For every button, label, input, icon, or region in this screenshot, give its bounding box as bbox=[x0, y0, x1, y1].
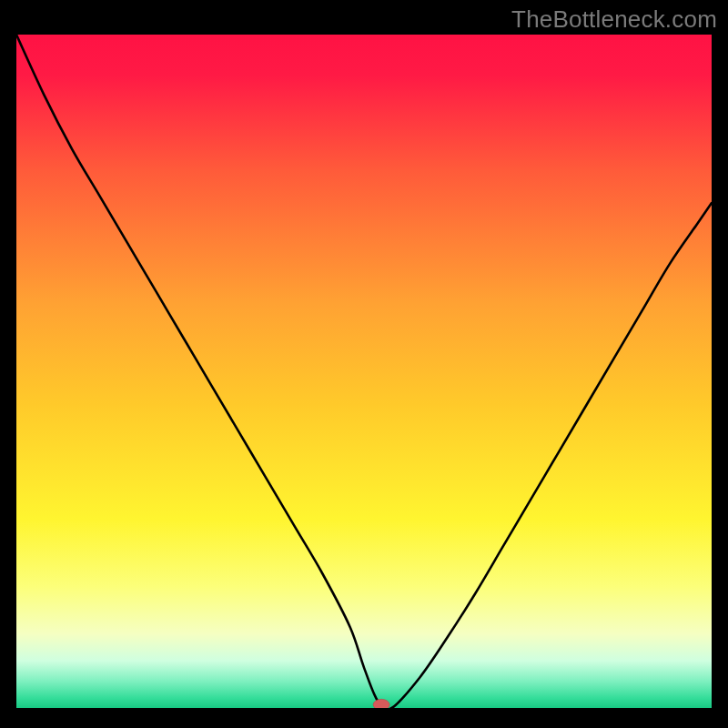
current-setup-marker bbox=[373, 699, 389, 708]
plot-area bbox=[16, 35, 712, 708]
watermark-text: TheBottleneck.com bbox=[511, 5, 717, 34]
chart-frame: TheBottleneck.com bbox=[0, 0, 728, 728]
bottleneck-chart bbox=[16, 35, 712, 708]
